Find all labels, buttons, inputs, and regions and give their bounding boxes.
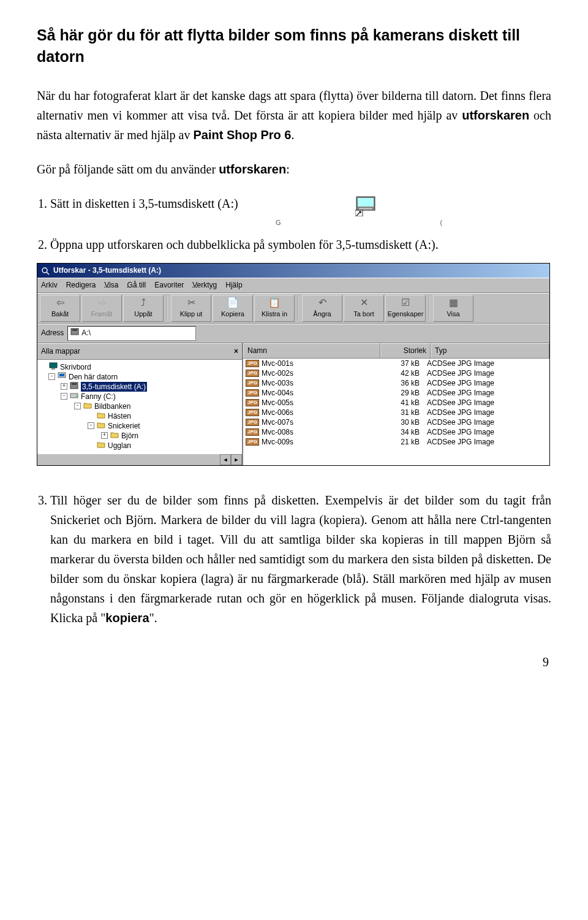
tree-node[interactable]: -Fanny (C:): [39, 392, 241, 401]
toolbar-visa-button[interactable]: ▦Visa: [433, 295, 473, 322]
tree-toggle[interactable]: -: [88, 422, 94, 429]
toolbar-uppåt-button[interactable]: ⤴Uppåt: [123, 295, 164, 322]
toolbar-label: Bakåt: [51, 309, 69, 320]
file-name: Mvc-004s: [262, 388, 293, 398]
menu-item[interactable]: Arkiv: [41, 279, 58, 291]
file-type: ACDSee JPG Image: [423, 368, 549, 378]
tree-toggle[interactable]: +: [101, 432, 108, 439]
svg-rect-7: [72, 329, 77, 331]
explorer-addressbar[interactable]: Adress A:\: [37, 324, 549, 343]
toolbar-label: Kopiera: [221, 309, 244, 320]
tree-toggle[interactable]: -: [74, 403, 81, 409]
tree-toggle[interactable]: -: [61, 393, 67, 400]
menu-item[interactable]: Visa: [104, 279, 118, 291]
file-name: Mvc-002s: [262, 368, 293, 378]
folder-icon: [97, 411, 105, 421]
toolbar-ta-bort-button[interactable]: ✕Ta bort: [344, 295, 384, 322]
menu-item[interactable]: Gå till: [127, 279, 146, 291]
tree-toggle[interactable]: +: [61, 383, 67, 390]
address-field[interactable]: A:\: [67, 326, 196, 340]
file-type: ACDSee JPG Image: [423, 378, 549, 388]
tree-toggle[interactable]: -: [48, 373, 55, 380]
toolbar-klistra-in-button[interactable]: 📋Klistra in: [254, 295, 295, 322]
explorer-titlebar[interactable]: Utforskar - 3,5-tumsdiskett (A:): [37, 264, 549, 278]
scroll-left-icon[interactable]: ◄: [220, 454, 231, 465]
file-type: ACDSee JPG Image: [423, 437, 549, 447]
file-size: 31 kB: [378, 408, 423, 417]
floppy-icon: [70, 382, 78, 392]
step-1: Sätt in disketten i 3,5-tumsdiskett (A:): [50, 194, 238, 213]
file-type: ACDSee JPG Image: [423, 427, 549, 437]
menu-item[interactable]: Redigera: [66, 279, 96, 291]
file-row[interactable]: JPGMvc-007s30 kBACDSee JPG Image: [243, 417, 549, 427]
intro-bold-utforskaren: utforskaren: [462, 108, 529, 122]
menu-item[interactable]: Hjälp: [225, 279, 242, 291]
file-row[interactable]: JPGMvc-003s36 kBACDSee JPG Image: [243, 378, 549, 388]
file-size: 37 kB: [378, 359, 423, 368]
tree-node[interactable]: +Björn: [39, 431, 241, 441]
file-row[interactable]: JPGMvc-004s29 kBACDSee JPG Image: [243, 388, 549, 398]
desktop-icon: [49, 362, 58, 372]
file-row[interactable]: JPGMvc-001s37 kBACDSee JPG Image: [243, 359, 549, 368]
file-row[interactable]: JPGMvc-005s41 kBACDSee JPG Image: [243, 398, 549, 408]
svg-rect-2: [359, 208, 372, 210]
tree-node[interactable]: Skrivbord: [39, 362, 241, 372]
file-name: Mvc-007s: [262, 417, 293, 427]
file-name: Mvc-008s: [262, 427, 293, 437]
uppåt-icon: ⤴: [141, 298, 146, 308]
tree-node[interactable]: +3,5-tumsdiskett (A:): [39, 382, 241, 392]
floppy-label-right-crop: (: [440, 219, 443, 226]
toolbar-klipp-ut-button[interactable]: ✂Klipp ut: [171, 295, 211, 322]
toolbar-label: Klipp ut: [180, 309, 203, 320]
step-1-text: Sätt in disketten i 3,5-tumsdiskett (A:): [50, 197, 238, 210]
folder-tree[interactable]: Skrivbord-Den här datorn+3,5-tumsdiskett…: [37, 360, 242, 454]
file-name: Mvc-001s: [262, 359, 293, 368]
file-size: 36 kB: [378, 378, 423, 388]
tree-node-label: 3,5-tumsdiskett (A:): [81, 382, 147, 392]
tree-header-label: Alla mappar: [41, 346, 80, 357]
file-list-header[interactable]: Namn Storlek Typ: [243, 343, 549, 359]
menu-item[interactable]: Eavoriter: [154, 279, 184, 291]
file-type: ACDSee JPG Image: [423, 359, 549, 368]
page-number: 9: [37, 652, 551, 672]
folder-tree-pane: Alla mappar × Skrivbord-Den här datorn+3…: [37, 343, 243, 465]
menu-item[interactable]: Verktyg: [192, 279, 217, 291]
tree-node[interactable]: -Snickeriet: [39, 421, 241, 431]
tree-close-button[interactable]: ×: [234, 346, 238, 357]
file-list-body[interactable]: JPGMvc-001s37 kBACDSee JPG ImageJPGMvc-0…: [243, 359, 549, 447]
file-row[interactable]: JPGMvc-006s31 kBACDSee JPG Image: [243, 408, 549, 417]
explorer-menubar[interactable]: ArkivRedigeraVisaGå tillEavoriterVerktyg…: [37, 278, 549, 293]
toolbar-ångra-button[interactable]: ↶Ångra: [302, 295, 342, 322]
col-name[interactable]: Namn: [243, 343, 380, 358]
toolbar-egenskaper-button[interactable]: ☑Egenskaper: [385, 295, 426, 322]
file-row[interactable]: JPGMvc-008s34 kBACDSee JPG Image: [243, 427, 549, 437]
file-size: 21 kB: [378, 437, 423, 447]
step-3-text-a: Till höger ser du de bilder som finns på…: [50, 493, 551, 625]
toolbar-label: Framåt: [91, 309, 113, 320]
tree-node-label: Den här datorn: [69, 372, 118, 382]
file-row[interactable]: JPGMvc-009s21 kBACDSee JPG Image: [243, 437, 549, 447]
subintro-paragraph: Gör på följande sätt om du använder utfo…: [37, 159, 551, 179]
tree-node[interactable]: Hästen: [39, 411, 241, 421]
subintro-after: :: [286, 162, 290, 176]
col-size[interactable]: Storlek: [380, 343, 431, 358]
magnifier-icon: [41, 267, 50, 275]
subintro-before: Gör på följande sätt om du använder: [37, 162, 219, 176]
col-type[interactable]: Typ: [431, 343, 549, 358]
tree-node[interactable]: -Den här datorn: [39, 372, 241, 382]
step-2: Öppna upp utforskaren och dubbelklicka p…: [50, 235, 551, 254]
toolbar-kopiera-button[interactable]: 📄Kopiera: [213, 295, 253, 322]
bakåt-icon: ⇦: [56, 298, 64, 308]
floppy-small-icon: [70, 327, 79, 339]
scroll-right-icon[interactable]: ►: [231, 454, 242, 465]
file-size: 41 kB: [378, 398, 423, 408]
file-row[interactable]: JPGMvc-002s42 kBACDSee JPG Image: [243, 368, 549, 378]
file-size: 42 kB: [378, 368, 423, 378]
tree-node-label: Ugglan: [108, 441, 131, 450]
tree-node[interactable]: Ugglan: [39, 441, 241, 450]
kopiera-icon: 📄: [227, 298, 239, 308]
toolbar-bakåt-button[interactable]: ⇦Bakåt: [40, 295, 80, 322]
tree-node[interactable]: -Bildbanken: [39, 401, 241, 411]
step-3: Till höger ser du de bilder som finns på…: [50, 490, 551, 628]
file-type: ACDSee JPG Image: [423, 388, 549, 398]
